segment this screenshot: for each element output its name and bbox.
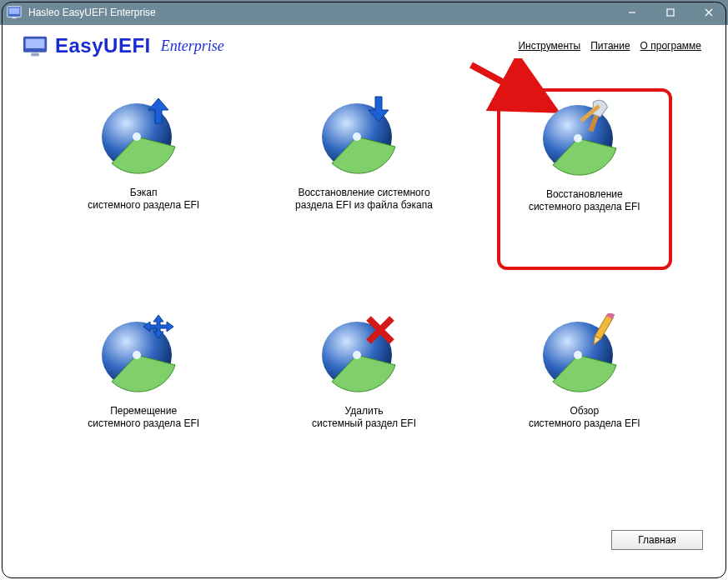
disk-edit-icon [535, 313, 635, 397]
tile-label: Удалитьсистемный раздел EFI [312, 405, 416, 430]
titlebar: Hasleo EasyUEFI Enterprise [0, 0, 728, 25]
tile-label: Восстановлениесистемного раздела EFI [529, 188, 640, 213]
tile-move-efi[interactable]: Перемещениесистемного раздела EFI [56, 313, 231, 488]
disk-up-icon [93, 95, 193, 178]
menu-power[interactable]: Питание [590, 40, 630, 52]
menu-bar: Инструменты Питание О программе [518, 40, 706, 52]
svg-rect-2 [12, 17, 16, 18]
window-title: Hasleo EasyUEFI Enterprise [28, 7, 613, 18]
svg-point-22 [353, 351, 361, 359]
tile-restore-from-file[interactable]: Восстановление системногораздела EFI из … [276, 95, 451, 270]
tile-backup-efi[interactable]: Бэкапсистемного раздела EFI [56, 95, 231, 270]
action-grid: Бэкапсистемного раздела EFI Восстановлен… [0, 58, 728, 488]
brand-edition: Enterprise [161, 38, 224, 55]
brand-icon [22, 33, 50, 58]
tile-overview-efi[interactable]: Обзорсистемного раздела EFI [497, 313, 672, 488]
svg-point-26 [574, 351, 582, 359]
tile-label: Бэкапсистемного раздела EFI [88, 187, 199, 212]
tile-delete-efi[interactable]: Удалитьсистемный раздел EFI [276, 313, 451, 488]
svg-rect-4 [667, 9, 674, 16]
main-button[interactable]: Главная [611, 530, 703, 550]
tile-label: Обзорсистемного раздела EFI [529, 405, 640, 430]
header: EasyUEFI Enterprise Инструменты Питание … [0, 25, 728, 58]
brand-title: EasyUEFI [55, 34, 151, 58]
svg-point-14 [353, 132, 361, 141]
tile-label: Восстановление системногораздела EFI из … [295, 187, 433, 212]
svg-point-12 [133, 132, 141, 141]
minimize-button[interactable] [613, 0, 651, 25]
close-button[interactable] [690, 0, 728, 25]
menu-tools[interactable]: Инструменты [518, 40, 580, 52]
tile-restore-efi[interactable]: Восстановлениесистемного раздела EFI [497, 88, 672, 270]
menu-about[interactable]: О программе [640, 40, 701, 52]
app-icon [7, 5, 22, 20]
svg-rect-8 [26, 39, 45, 48]
disk-down-icon [314, 95, 414, 178]
svg-point-16 [574, 134, 582, 142]
svg-rect-1 [9, 8, 20, 14]
disk-repair-icon [535, 97, 635, 180]
tile-label: Перемещениесистемного раздела EFI [88, 405, 199, 430]
disk-move-icon [93, 313, 193, 397]
maximize-button[interactable] [651, 0, 690, 25]
svg-point-20 [133, 351, 141, 359]
main-button-label: Главная [638, 534, 676, 546]
disk-delete-icon [314, 313, 414, 397]
svg-rect-9 [31, 53, 38, 57]
